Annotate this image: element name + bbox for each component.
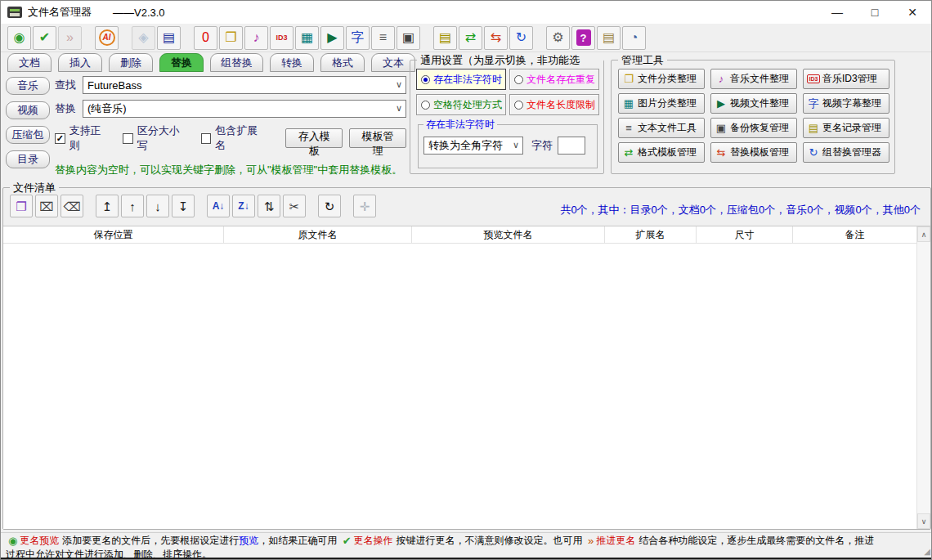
tool-text-tools[interactable]: ≡文本文件工具 [618, 118, 705, 138]
column-header-save-path[interactable]: 保存位置 [3, 226, 224, 243]
backup-restore-button[interactable]: ▣ [397, 26, 420, 50]
reverse-order-icon: ⇅ [264, 200, 275, 213]
option-space-handling[interactable]: 空格符处理方式 [416, 94, 506, 115]
file-organize-button[interactable]: ❐ [219, 26, 243, 50]
music-organize-button[interactable]: ♪ [244, 26, 268, 50]
replace-combobox[interactable]: (纯音乐) ∨ [83, 100, 406, 118]
tool-id3-manage[interactable]: ID3音乐ID3管理 [803, 69, 889, 89]
save-scheme-button[interactable]: ▤ [157, 26, 181, 50]
column-header-original-name[interactable]: 原文件名 [224, 226, 412, 243]
tab-convert[interactable]: 转换 [270, 53, 314, 72]
tool-video-organize[interactable]: ▶视频文件整理 [710, 93, 797, 114]
video-organize-icon: ▶ [327, 31, 337, 44]
include-extension-checkbox[interactable]: 包含扩展名 [201, 123, 267, 153]
rename-apply-button[interactable]: ✔ [33, 26, 56, 50]
tab-insert[interactable]: 插入 [58, 53, 102, 72]
scroll-down-icon[interactable]: ∨ [917, 513, 930, 529]
preview-rename-button[interactable]: ◉ [7, 26, 31, 50]
save-template-button[interactable]: 存入模板 [285, 128, 343, 148]
status-text: 按键进行更名，不满意则修改设定。也可用 [397, 535, 583, 546]
refresh-list-button[interactable]: ↻ [318, 195, 341, 217]
template-manager-button[interactable]: 模板管理 [349, 128, 406, 148]
add-files-button[interactable]: ❐ [10, 195, 33, 217]
cut-item-button[interactable]: ✂ [283, 195, 306, 217]
tool-picture-organize[interactable]: ▦图片分类整理 [618, 93, 705, 114]
group-replace-button[interactable]: ↻ [509, 26, 533, 50]
find-combobox[interactable]: FutureBass ∨ [83, 76, 406, 94]
compare-button[interactable]: ◈ [132, 26, 155, 50]
license-button[interactable]: ▤ [597, 26, 621, 50]
tab-group-replace[interactable]: 组替换 [210, 53, 263, 72]
add-files-icon: ❐ [16, 200, 26, 213]
tool-rename-record[interactable]: ▤更名记录管理 [803, 118, 889, 138]
option-length-limit[interactable]: 文件名长度限制 [509, 94, 599, 115]
settings-button[interactable]: ⚙ [546, 26, 570, 50]
spread-button[interactable]: ✛ [353, 195, 376, 217]
minimize-button[interactable]: — [818, 1, 856, 24]
tool-music-organize[interactable]: ♪音乐文件整理 [710, 69, 797, 89]
tab-delete[interactable]: 删除 [109, 53, 153, 72]
reverse-order-button[interactable]: ⇅ [258, 195, 280, 217]
move-up-button[interactable]: ↑ [121, 195, 144, 217]
chevron-down-icon[interactable]: ∨ [396, 79, 402, 90]
close-button[interactable]: ✕ [894, 1, 931, 24]
text-tools-button[interactable]: ≡ [371, 26, 395, 50]
id3-manage-button[interactable]: ID3 [270, 26, 293, 50]
replace-template-button[interactable]: ⇆ [484, 26, 508, 50]
move-bottom-button[interactable]: ↧ [172, 195, 195, 217]
sidebar-item-directory[interactable]: 目录 [6, 150, 50, 168]
sidebar-item-music[interactable]: 音乐 [6, 77, 50, 95]
column-header-preview-name[interactable]: 预览文件名 [412, 226, 605, 243]
column-header-note[interactable]: 备注 [793, 226, 916, 243]
tool-group-replace[interactable]: ↻组替换管理器 [803, 142, 889, 163]
tool-file-organize[interactable]: ❐文件分类整理 [618, 69, 705, 89]
regex-checkbox[interactable]: ✓ 支持正则 [55, 123, 110, 153]
column-header-size[interactable]: 尺寸 [697, 226, 793, 243]
rename-record-button[interactable]: ▤ [433, 26, 457, 50]
sidebar-item-archive[interactable]: 压缩包 [6, 126, 50, 144]
tool-subtitle-organize[interactable]: 字视频字幕整理 [803, 93, 889, 114]
picture-organize-icon: ▦ [622, 98, 635, 109]
video-organize-button[interactable]: ▶ [320, 26, 344, 50]
chevron-down-icon[interactable]: ∨ [396, 103, 402, 114]
sort-za-button[interactable]: Z↓ [232, 195, 255, 217]
resize-grip-icon[interactable]: ◢ [924, 545, 930, 558]
tab-text[interactable]: 文本 [371, 53, 415, 72]
column-header-extension[interactable]: 扩展名 [605, 226, 697, 243]
file-list-group: 文件清单 ❐ ⌧ ⌫ ↥ ↑ ↓ ↧ A↓ Z↓ ⇅ ✂ ↻ ✛ 共0个，其中：… [2, 187, 931, 530]
preview-rename-icon: ◉ [14, 31, 25, 44]
tab-document[interactable]: 文档 [7, 53, 52, 72]
delete-item-button[interactable]: ⌧ [35, 195, 58, 217]
move-top-button[interactable]: ↥ [96, 195, 119, 217]
vertical-scrollbar[interactable]: ∧ ∨ [916, 226, 930, 529]
tab-replace[interactable]: 替换 [159, 53, 204, 72]
move-down-button[interactable]: ↓ [146, 195, 169, 217]
status-text: 结合各种功能设定，逐步生成最终需要的文件名，推进 [639, 535, 874, 546]
radio-icon [421, 101, 430, 110]
case-sensitive-checkbox[interactable]: 区分大小写 [123, 123, 188, 153]
char-input[interactable] [558, 137, 585, 155]
advance-rename-button[interactable]: » [58, 26, 82, 50]
delete-all-button[interactable]: ⌫ [60, 195, 83, 217]
about-button[interactable]: ◔ [622, 26, 646, 50]
sort-az-button[interactable]: A↓ [207, 195, 230, 217]
tab-format[interactable]: 格式 [320, 53, 365, 72]
illegal-char-action-select[interactable]: 转换为全角字符 ∨ [423, 137, 523, 155]
option-illegal-chars[interactable]: 存在非法字符时 [416, 69, 506, 90]
tool-format-template[interactable]: ⇄格式模板管理 [618, 142, 705, 163]
char-split-button[interactable]: 0 [194, 26, 217, 50]
tool-replace-template[interactable]: ⇆替换模板管理 [710, 142, 797, 163]
chevron-down-icon[interactable]: ∨ [513, 140, 519, 150]
help-button[interactable]: ? [571, 26, 595, 50]
tool-backup-restore[interactable]: ▣备份恢复管理 [710, 118, 797, 138]
video-organize-icon: ▶ [715, 98, 728, 109]
maximize-button[interactable]: □ [856, 1, 894, 24]
option-duplicate-name[interactable]: 文件名存在重复 [509, 69, 599, 90]
picture-organize-button[interactable]: ▦ [295, 26, 319, 50]
subtitle-organize-button[interactable]: 字 [346, 26, 370, 50]
format-template-button[interactable]: ⇄ [459, 26, 482, 50]
sidebar-item-video[interactable]: 视频 [6, 101, 50, 119]
scroll-up-icon[interactable]: ∧ [917, 226, 930, 242]
file-table-body[interactable] [3, 244, 916, 529]
ai-button[interactable]: AI [95, 26, 119, 50]
